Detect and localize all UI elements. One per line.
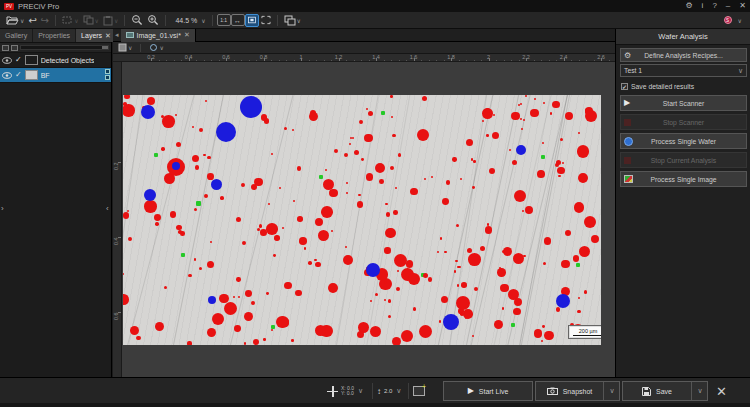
visibility-eye-icon[interactable]	[2, 72, 12, 79]
specimen-dot	[264, 118, 270, 124]
specimen-dot	[393, 210, 398, 215]
redo-button[interactable]: ↪	[39, 13, 51, 27]
xy-caret-icon[interactable]: ∨	[358, 387, 363, 395]
save-button[interactable]: Save ∨	[622, 381, 708, 401]
stop-scanner-button[interactable]: Stop Scanner	[620, 114, 747, 130]
specimen-dot	[544, 331, 553, 340]
ruler-tick	[226, 58, 227, 61]
zoom-in-button[interactable]	[145, 13, 161, 27]
layer-export-button[interactable]: ∨	[116, 41, 134, 55]
zoom-level-dropdown[interactable]: 44.5 % ∨	[170, 13, 207, 27]
layer-lock-icon[interactable]	[105, 69, 110, 74]
user-badge-icon[interactable]: S	[724, 16, 732, 24]
image-viewport[interactable]: 0.20.40.6 200 µm	[113, 62, 615, 377]
fit-width-button[interactable]: ↔	[231, 14, 245, 26]
specimen-dot	[525, 206, 533, 214]
layer-checkbox[interactable]: ✓	[15, 56, 22, 64]
stage-xy-control[interactable]: X: 0.0 Y: 0.0 ∨	[327, 378, 363, 404]
tab-layers[interactable]: Layers ✕	[76, 29, 117, 42]
visibility-eye-icon[interactable]	[2, 57, 12, 64]
window-layout-button[interactable]: ∨	[282, 13, 303, 27]
specimen-dot	[154, 214, 161, 221]
left-edge-expand-chevron-icon[interactable]: ›	[1, 204, 4, 213]
tab-gallery[interactable]: Gallery	[0, 29, 33, 42]
specimen-dot	[394, 254, 407, 267]
specimen-dot	[244, 342, 246, 344]
undo-button[interactable]: ↩	[26, 13, 38, 27]
specimen-dot	[584, 290, 588, 294]
toolbar-separator	[212, 15, 213, 26]
slider-thumb[interactable]	[102, 46, 108, 49]
add-stage-position-button[interactable]	[413, 378, 425, 404]
close-panel-button[interactable]: ✕	[716, 378, 727, 404]
ruler-minor-tick	[211, 60, 212, 62]
layer-checkbox[interactable]: ✓	[15, 71, 22, 79]
close-document-icon[interactable]: ✕	[184, 31, 190, 39]
snapshot-options-caret-icon[interactable]: ∨	[603, 382, 619, 400]
specimen-dot	[565, 112, 573, 120]
copy-button[interactable]: ∨	[81, 13, 101, 27]
close-window-button[interactable]: ✕	[739, 1, 746, 11]
process-single-image-button[interactable]: Process Single Image	[620, 171, 747, 187]
define-analysis-recipes-button[interactable]: ⚙ Define Analysis Recipes...	[620, 48, 747, 62]
tab-scroll-left-icon[interactable]: ◂	[113, 31, 121, 39]
save-detailed-results-checkbox[interactable]: ✓ Save detailed results	[621, 83, 694, 90]
info-icon[interactable]: i	[702, 1, 704, 11]
paste-button[interactable]: ∨	[101, 13, 120, 27]
select-tool-button[interactable]: ∨	[60, 13, 80, 27]
layer-options-icon[interactable]	[11, 45, 18, 51]
snapshot-button[interactable]: Snapshot ∨	[535, 381, 620, 401]
save-options-caret-icon[interactable]: ∨	[691, 382, 707, 400]
zoom-out-button[interactable]	[129, 13, 145, 27]
specimen-dot	[565, 230, 571, 236]
stage-z-control[interactable]: ↕ 2.0 ∨	[377, 378, 401, 404]
canvas-toolbar: ∨ ∨	[113, 42, 615, 54]
ruler-minor-tick	[496, 60, 497, 62]
specimen-dot	[455, 260, 458, 263]
tab-properties[interactable]: Properties	[33, 29, 76, 42]
specimen-image[interactable]: 200 µm	[123, 95, 601, 345]
annotation-tool-button[interactable]: ∨	[147, 41, 165, 55]
checkbox-check-icon[interactable]: ✓	[621, 83, 628, 90]
stop-current-analysis-button[interactable]: Stop Current Analysis	[620, 152, 747, 168]
ruler-minor-tick	[346, 60, 347, 62]
help-icon[interactable]: ?	[712, 1, 716, 11]
specimen-dot	[172, 162, 180, 170]
specimen-dot	[437, 251, 439, 253]
left-panel-collapse-chevron-icon[interactable]: ‹	[106, 204, 109, 213]
specimen-dot	[234, 325, 241, 332]
user-menu-caret-icon[interactable]: ∨	[738, 17, 742, 24]
specimen-dot	[321, 206, 333, 218]
specimen-dot	[123, 273, 124, 275]
recipe-select[interactable]: Test 1 ∨	[620, 64, 747, 77]
minimize-button[interactable]: –	[726, 1, 730, 11]
add-layer-icon[interactable]	[2, 45, 9, 51]
close-layers-tab-icon[interactable]: ✕	[105, 32, 111, 40]
specimen-dot	[440, 237, 443, 240]
specimen-dot	[577, 145, 589, 157]
stop-icon	[624, 157, 631, 164]
specimen-dot	[537, 170, 545, 178]
specimen-dot	[390, 166, 394, 170]
settings-gear-icon[interactable]: ⚙	[685, 1, 692, 11]
zoom-one-to-one-button[interactable]: 1:1	[217, 14, 231, 26]
layer-row-bf[interactable]: ✓ BF	[0, 68, 111, 83]
specimen-dot	[521, 128, 523, 130]
specimen-dot	[266, 223, 277, 234]
layer-opacity-slider[interactable]	[20, 45, 109, 50]
specimen-dot	[513, 308, 521, 316]
fit-screen-button[interactable]	[245, 14, 259, 27]
process-single-wafer-button[interactable]: Process Single Wafer	[620, 133, 747, 149]
specimen-dot	[192, 126, 194, 128]
layer-link-icon[interactable]	[105, 75, 110, 80]
floppy-save-icon	[642, 387, 651, 396]
open-file-caret-icon[interactable]: ∨	[20, 17, 24, 24]
z-caret-icon[interactable]: ∨	[396, 387, 401, 395]
open-file-button[interactable]: ∨	[4, 13, 26, 27]
layer-row-detected-objects[interactable]: ✓ Detected Objects	[0, 53, 111, 68]
start-live-button[interactable]: ▶ Start Live	[443, 381, 533, 401]
specimen-dot	[573, 255, 579, 261]
start-scanner-button[interactable]: ▶ Start Scanner	[620, 95, 747, 111]
fullscreen-button[interactable]	[259, 13, 273, 27]
specimen-dot	[282, 227, 284, 229]
